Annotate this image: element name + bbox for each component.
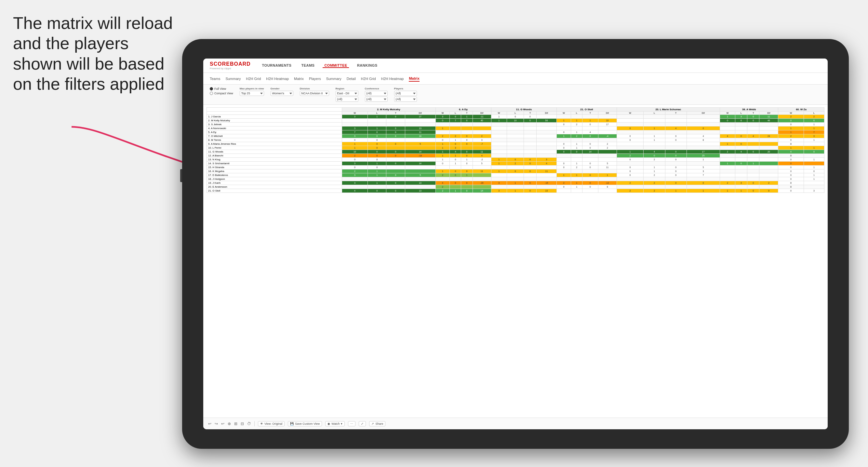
matrix-container[interactable]: 2. M Kelly Mulcahy 6. A Dy 11. G Woods 2… [203,105,828,417]
max-players-select[interactable]: Top 25 Top 50 Top 100 [240,91,264,96]
view-original-btn[interactable]: 👁 View: Original [258,421,285,426]
subnav-players[interactable]: Players [309,76,321,81]
matrix-cell [598,138,617,142]
matrix-cell: 4 [450,150,461,154]
matrix-cell: 0 [450,173,461,177]
matrix-cell: 5 [405,173,435,177]
subnav-matrix2[interactable]: Matrix [409,76,419,82]
matrix-cell: 2 [557,181,571,185]
subnav-h2hheatmap1[interactable]: H2H Heatmap [266,76,289,81]
subnav-summary2[interactable]: Summary [326,76,341,81]
matrix-cell [507,142,524,146]
region-sub-select[interactable]: (All) [336,97,359,102]
nav-committee[interactable]: COMMITTEE [322,63,349,68]
add-icon[interactable]: ⊕ [228,422,231,426]
matrix-cell: 2 [571,165,583,169]
player-name: 21. O Stoll [207,189,342,193]
undo-icon[interactable]: ↩ [208,422,211,426]
share-btn[interactable]: ↗ Share [369,421,385,426]
matrix-cell: 1 [804,173,824,177]
matrix-cell [747,154,760,158]
matrix-cell [665,123,686,126]
matrix-cell: 4 [536,162,557,165]
save-custom-view-btn[interactable]: 💾 Save Custom View [288,421,322,426]
matrix-cell [536,173,557,177]
grid-icon[interactable]: ⊞ [234,422,238,426]
matrix-cell: 1 [368,162,386,165]
division-select[interactable]: NCAA Division II NCAA Division I NCAA Di… [300,91,329,96]
matrix-cell [598,150,617,154]
matrix-cell [583,138,598,142]
subnav-h2hgrid1[interactable]: H2H Grid [246,76,261,81]
back-icon[interactable]: ↩ [221,422,224,426]
matrix-cell: 18 [405,134,435,138]
subnav-teams[interactable]: Teams [210,76,220,81]
options-btn[interactable]: ⋯ [348,421,355,426]
matrix-cell: 4 [735,150,747,154]
matrix-cell [617,162,644,165]
subnav-detail[interactable]: Detail [347,76,356,81]
wlt-l3: L [507,112,524,115]
matrix-cell [461,130,472,134]
wlt-d3: Dif [536,112,557,115]
redo-icon[interactable]: ↪ [215,422,218,426]
logo-sub: Powered by clippd [210,67,251,70]
conference-sub-select[interactable]: (All) [365,97,388,102]
matrix-cell [536,115,557,119]
matrix-cell: 46 [760,119,778,123]
matrix-cell: 14 [472,189,491,193]
subnav-h2hgrid2[interactable]: H2H Grid [361,76,376,81]
matrix-cell: 4 [665,126,686,130]
matrix-cell [450,126,461,130]
region-select[interactable]: East - DII West - DII South - DII [336,91,359,96]
matrix-cell: 8 [598,185,617,189]
players-sub-select[interactable]: (All) [394,97,417,102]
table-row: 7. O Mitchell300182202120-401044042423 [207,134,825,138]
matrix-cell [461,177,472,181]
conference-filter: Conference (All) (All) [365,87,388,102]
matrix-cell: 0 [368,146,386,150]
toolbar-sep1 [254,421,255,426]
subnav-h2hheatmap2[interactable]: H2H Heatmap [381,76,404,81]
matrix-cell: 11 [598,165,617,169]
compact-view-option[interactable]: Compact View [210,92,233,95]
matrix-cell: 9 [760,189,778,193]
matrix-cell: 0 [507,158,524,162]
wlt-l7: L [804,112,824,115]
matrix-cell: 0 [735,162,747,165]
matrix-cell [536,185,557,189]
zoom-icon[interactable]: ⊟ [241,422,244,426]
matrix-cell: 5 [405,142,435,146]
matrix-cell [686,177,720,181]
matrix-cell: 2 [342,154,368,158]
matrix-cell [435,177,450,181]
matrix-cell: 0 [342,165,368,169]
bottom-toolbar: ↩ ↪ ↩ ⊕ ⊞ ⊟ ⏱ 👁 View: Original 💾 Save Cu… [203,417,828,429]
gender-select[interactable]: Women's Men's [271,91,293,96]
nav-tournaments[interactable]: TOURNAMENTS [260,63,293,68]
nav-rankings[interactable]: RANKINGS [355,63,379,68]
matrix-cell: 0 [450,169,461,173]
wlt-l6: L [735,112,747,115]
watch-btn[interactable]: ◉ Watch ▾ [325,421,345,426]
players-select[interactable]: (All) [394,91,417,96]
wlt-w1: W [342,112,368,115]
matrix-cell [720,165,735,169]
full-view-option[interactable]: Full View [210,87,233,90]
subnav-summary1[interactable]: Summary [225,76,241,81]
timer-icon[interactable]: ⏱ [247,422,251,426]
matrix-cell [342,185,368,189]
col-header-za: 60. W Za [778,107,825,112]
nav-teams[interactable]: TEAMS [300,63,316,68]
conference-select[interactable]: (All) [365,91,388,96]
matrix-cell: 1 [583,119,598,123]
matrix-cell: 0 [778,162,804,165]
max-players-label: Max players in view [240,87,264,90]
matrix-cell: 40 [472,119,491,123]
matrix-cell: -11 [472,115,491,119]
matrix-cell: 0 [557,146,571,150]
expand-btn[interactable]: ⤢ [359,421,366,426]
matrix-cell [536,150,557,154]
matrix-cell: 0 [617,126,644,130]
subnav-matrix1[interactable]: Matrix [294,76,304,81]
